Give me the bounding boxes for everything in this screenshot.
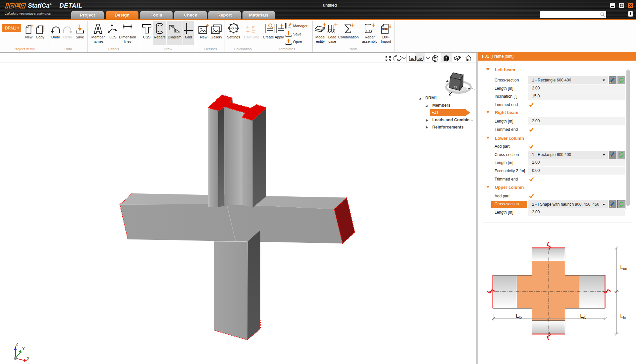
sync-cross-section-button[interactable] [617, 76, 625, 84]
expander-collapsed-icon[interactable] [426, 126, 429, 129]
group-label-labels: Labels [108, 47, 119, 51]
undo-button[interactable]: Undo [50, 22, 62, 39]
collapse-triangle-icon [486, 68, 490, 71]
view-3d-options-chevron-icon[interactable] [426, 54, 430, 63]
section-view-button[interactable] [453, 54, 461, 63]
home-view-button-icon [464, 54, 472, 63]
property-label: Eccentricity Z [m] [495, 167, 525, 175]
panel-splitter[interactable] [476, 53, 478, 364]
sync-cross-section-button[interactable] [617, 151, 625, 159]
calculate-button[interactable]: Calculate [244, 22, 257, 39]
rotate-view-button-icon [394, 54, 401, 63]
tab-report[interactable]: Report [208, 11, 241, 19]
view-3d-label: 3D [418, 57, 422, 60]
property-checkbox[interactable] [529, 127, 534, 132]
property-label: Cross-section [495, 76, 519, 84]
upper-column-solid[interactable] [208, 95, 266, 208]
property-field[interactable]: 2.00 [528, 117, 625, 125]
tab-materials[interactable]: Materials [242, 11, 275, 19]
member-names-toggle[interactable]: Member names [88, 22, 108, 43]
group-label-new: New [349, 47, 357, 51]
tree-item-members[interactable]: Members [432, 103, 450, 108]
tree-item-loads[interactable]: Loads and Combin... [432, 118, 473, 122]
edit-cross-section-button[interactable] [609, 76, 616, 84]
new-combination-button[interactable]: Combination [335, 22, 362, 39]
css-toggle[interactable]: CSS [141, 22, 153, 39]
cross-section-dropdown[interactable]: 2 - I Shape with haunch 800, 450, 450 [528, 200, 608, 208]
tree-item-reinforcements[interactable]: Reinforcements [432, 125, 463, 130]
section-lower-column[interactable]: Lower column [495, 136, 524, 141]
tab-project[interactable]: Project [71, 11, 104, 19]
picture-new-button[interactable]: New [198, 22, 210, 39]
template-manager-button[interactable]: Manager [285, 23, 307, 29]
expander-collapsed-icon[interactable] [426, 119, 429, 122]
save-icon [75, 24, 85, 34]
view-2d-button[interactable]: 2D [409, 54, 416, 63]
property-checkbox[interactable] [529, 193, 534, 199]
new-model-entity-button[interactable]: Model entity [314, 22, 327, 43]
panel-scrollbar[interactable] [626, 70, 630, 206]
solid-mode-button[interactable] [443, 54, 450, 63]
tab-tools[interactable]: Tools [140, 11, 173, 19]
new-rebar-assembly-button[interactable]: Rebar assembly [361, 22, 378, 43]
property-field[interactable]: 2.00 [528, 208, 625, 216]
edit-cross-section-button[interactable] [609, 151, 616, 159]
dxf-import-button[interactable]: DXF DXF Import [379, 22, 393, 43]
section-upper-column[interactable]: Upper column [495, 185, 524, 190]
property-field[interactable]: 15.0 [528, 92, 625, 100]
close-button[interactable] [628, 3, 633, 8]
edit-cross-section-button[interactable] [609, 200, 616, 208]
section-right-beam[interactable]: Right beam [495, 110, 518, 115]
template-save-button[interactable]: Save [285, 31, 301, 37]
template-open-button[interactable]: Open [285, 38, 302, 45]
tree-item-fj1-selected[interactable]: FJ1 [430, 109, 466, 116]
redo-button[interactable]: Redo [62, 22, 74, 39]
rotate-options-chevron-icon[interactable] [401, 54, 406, 63]
diagram-toggle[interactable]: Diagram [167, 22, 183, 39]
toolbar-divider [406, 54, 406, 62]
property-field[interactable]: 2.00 [528, 159, 625, 166]
tab-check[interactable]: Check [174, 11, 207, 19]
lower-column-solid[interactable] [214, 230, 260, 340]
property-field[interactable]: 2.00 [528, 84, 625, 92]
property-label: Add part [495, 192, 509, 200]
property-checkbox[interactable] [529, 144, 534, 149]
save-button[interactable]: Save [74, 22, 86, 39]
property-field[interactable]: 0.00 [528, 167, 625, 175]
lcs-toggle[interactable]: LCS [107, 22, 119, 39]
tree-item-drm1[interactable]: DRM1 [425, 96, 437, 100]
rebars-toggle[interactable]: Rebars [153, 22, 166, 39]
viewport-3d[interactable] [0, 63, 476, 364]
navigation-cube[interactable]: +Y z x [441, 65, 476, 98]
info-button[interactable]: i [628, 11, 633, 17]
grid-toggle[interactable]: Grid [183, 22, 194, 39]
minimize-button[interactable] [610, 3, 615, 8]
cross-section-dropdown[interactable]: 1 - Rectangle 600,400 [528, 151, 608, 159]
project-item-selector[interactable]: DRM1 [2, 24, 21, 32]
section-left-beam[interactable]: Left beam [495, 67, 515, 72]
zoom-extents-button[interactable] [385, 54, 392, 63]
css-icon [141, 23, 152, 34]
home-view-button[interactable] [464, 54, 472, 63]
view-3d-button[interactable]: 3D [416, 54, 424, 63]
property-checkbox[interactable] [529, 102, 534, 107]
expander-expanded-icon[interactable] [419, 97, 422, 101]
dimension-lines-toggle[interactable]: Dimension lines [118, 22, 137, 43]
rotate-view-button[interactable] [394, 54, 401, 63]
copy-project-button[interactable]: Copy [34, 22, 46, 39]
new-project-button[interactable]: New [23, 22, 35, 39]
gallery-button[interactable]: Gallery [210, 22, 222, 39]
template-apply-button[interactable]: Apply [273, 22, 285, 39]
template-manager-icon [285, 23, 292, 29]
maximize-button[interactable] [619, 3, 624, 8]
calculation-settings-button[interactable]: </> Settings [227, 22, 240, 39]
template-create-button[interactable]: Create [262, 22, 274, 39]
property-checkbox[interactable] [529, 177, 534, 182]
wireframe-mode-button[interactable] [432, 54, 440, 63]
search-input[interactable] [540, 11, 606, 18]
view-3d-button-icon: 3D [416, 54, 424, 63]
expander-expanded-icon[interactable] [425, 105, 429, 108]
cross-section-dropdown[interactable]: 1 - Rectangle 600,400 [528, 76, 608, 84]
sync-cross-section-button[interactable] [617, 200, 625, 208]
checkmark-icon [529, 193, 534, 199]
